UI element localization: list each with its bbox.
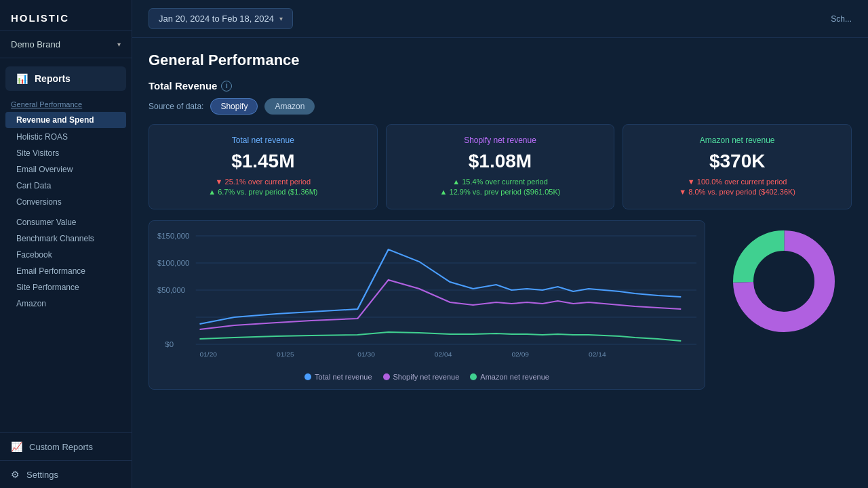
total-stat2: ▲ 6.7% vs. prev period ($1.36M) xyxy=(160,188,366,196)
custom-reports-icon: 📈 xyxy=(11,441,22,452)
amazon-revenue-label: Amazon net revenue xyxy=(634,136,840,145)
svg-text:01/30: 01/30 xyxy=(357,351,375,358)
sidebar-item-benchmark-channels[interactable]: Benchmark Channels xyxy=(0,230,132,247)
sidebar-item-revenue-spend[interactable]: Revenue and Spend xyxy=(5,112,126,128)
kpi-row: Total net revenue $1.45M ▼ 25.1% over cu… xyxy=(149,124,852,209)
schedule-label: Sch... xyxy=(831,14,852,24)
total-stat1: ▼ 25.1% over current period xyxy=(160,178,366,186)
custom-reports-item[interactable]: 📈 Custom Reports xyxy=(0,432,132,460)
app-logo: HOLISTIC xyxy=(11,12,121,24)
date-range-chevron-icon: ▾ xyxy=(279,15,283,22)
brand-name: Demo Brand xyxy=(11,39,60,49)
total-revenue-label: Total net revenue xyxy=(160,136,366,145)
svg-text:$100,000: $100,000 xyxy=(157,260,189,267)
legend-shopify: Shopify net revenue xyxy=(383,373,460,381)
topbar: Jan 20, 2024 to Feb 18, 2024 ▾ Sch... xyxy=(132,0,868,38)
amazon-stat2: ▼ 8.0% vs. prev period ($402.36K) xyxy=(634,188,840,196)
shopify-stat2: ▲ 12.9% vs. prev period ($961.05K) xyxy=(397,188,604,196)
svg-text:$50,000: $50,000 xyxy=(157,287,185,294)
shopify-dot xyxy=(383,373,390,380)
legend-amazon-label: Amazon net revenue xyxy=(480,373,549,381)
settings-gear-icon: ⚙ xyxy=(11,469,20,480)
main-content: Jan 20, 2024 to Feb 18, 2024 ▾ Sch... Ge… xyxy=(132,0,868,488)
custom-reports-label: Custom Reports xyxy=(29,442,93,452)
sidebar-item-email-overview[interactable]: Email Overview xyxy=(0,161,132,178)
reports-label: Reports xyxy=(35,73,71,84)
legend-total-label: Total net revenue xyxy=(315,373,372,381)
donut-chart xyxy=(723,220,845,342)
svg-text:02/04: 02/04 xyxy=(435,351,452,358)
sidebar-item-site-performance[interactable]: Site Performance xyxy=(0,279,132,296)
sidebar-item-amazon[interactable]: Amazon xyxy=(0,296,132,312)
sidebar-item-email-performance[interactable]: Email Performance xyxy=(0,263,132,279)
reports-nav-item[interactable]: 📊 Reports xyxy=(5,66,126,91)
donut-hole xyxy=(754,251,814,311)
source-label: Source of data: xyxy=(149,102,203,111)
svg-text:$150,000: $150,000 xyxy=(157,232,189,240)
legend-amazon: Amazon net revenue xyxy=(470,373,549,381)
section-title: Total Revenue i xyxy=(149,80,852,92)
reports-bar-icon: 📊 xyxy=(16,73,28,84)
total-revenue-value: $1.45M xyxy=(160,150,366,172)
svg-text:02/09: 02/09 xyxy=(511,351,529,358)
shopify-revenue-label: Shopify net revenue xyxy=(397,136,604,145)
content-area: General Performance Total Revenue i Sour… xyxy=(132,38,868,488)
shopify-revenue-card: Shopify net revenue $1.08M ▲ 15.4% over … xyxy=(386,124,615,209)
shopify-stat1: ▲ 15.4% over current period xyxy=(397,178,604,186)
sidebar: HOLISTIC Demo Brand ▾ 📊 Reports General … xyxy=(0,0,132,488)
settings-item[interactable]: ⚙ Settings xyxy=(0,460,132,488)
date-range-text: Jan 20, 2024 to Feb 18, 2024 xyxy=(159,14,274,24)
brand-chevron-icon: ▾ xyxy=(117,41,121,48)
shopify-line xyxy=(199,280,681,329)
general-performance-group[interactable]: General Performance xyxy=(0,94,132,111)
page-title: General Performance xyxy=(149,52,852,69)
sidebar-item-holistic-roas[interactable]: Holistic ROAS xyxy=(0,129,132,145)
shopify-source-button[interactable]: Shopify xyxy=(210,98,258,115)
info-icon[interactable]: i xyxy=(221,81,232,92)
legend-shopify-label: Shopify net revenue xyxy=(393,373,460,381)
amazon-source-button[interactable]: Amazon xyxy=(264,98,315,115)
total-dot xyxy=(304,373,311,380)
chart-section: $150,000 $100,000 $50,000 $0 01/20 01/25… xyxy=(149,220,852,390)
settings-label: Settings xyxy=(26,470,58,480)
data-source-row: Source of data: Shopify Amazon xyxy=(149,98,852,115)
sidebar-item-cart-data[interactable]: Cart Data xyxy=(0,178,132,194)
total-revenue-card: Total net revenue $1.45M ▼ 25.1% over cu… xyxy=(149,124,378,209)
legend-total: Total net revenue xyxy=(304,373,372,381)
line-chart-container: $150,000 $100,000 $50,000 $0 01/20 01/25… xyxy=(149,220,705,390)
brand-selector[interactable]: Demo Brand ▾ xyxy=(0,31,132,58)
logo-area: HOLISTIC xyxy=(0,0,132,31)
nav-section: 📊 Reports General Performance Revenue an… xyxy=(0,58,132,432)
amazon-stat1: ▼ 100.0% over current period xyxy=(634,178,840,186)
sidebar-item-conversions[interactable]: Conversions xyxy=(0,194,132,210)
sidebar-item-site-visitors[interactable]: Site Visitors xyxy=(0,145,132,161)
svg-text:02/14: 02/14 xyxy=(589,351,606,358)
date-range-button[interactable]: Jan 20, 2024 to Feb 18, 2024 ▾ xyxy=(149,8,293,29)
svg-text:$0: $0 xyxy=(165,341,174,348)
donut-chart-container xyxy=(716,220,852,342)
chart-legend: Total net revenue Shopify net revenue Am… xyxy=(157,373,696,381)
amazon-revenue-card: Amazon net revenue $370K ▼ 100.0% over c… xyxy=(623,124,852,209)
line-chart: $150,000 $100,000 $50,000 $0 01/20 01/25… xyxy=(157,229,696,365)
amazon-revenue-value: $370K xyxy=(634,150,840,172)
svg-text:01/20: 01/20 xyxy=(199,351,217,358)
amazon-line xyxy=(199,332,681,341)
total-line xyxy=(199,249,681,324)
svg-text:01/25: 01/25 xyxy=(277,351,294,358)
amazon-dot xyxy=(470,373,477,380)
sidebar-item-consumer-value[interactable]: Consumer Value xyxy=(0,214,132,230)
shopify-revenue-value: $1.08M xyxy=(397,150,604,172)
sidebar-item-facebook[interactable]: Facebook xyxy=(0,247,132,263)
